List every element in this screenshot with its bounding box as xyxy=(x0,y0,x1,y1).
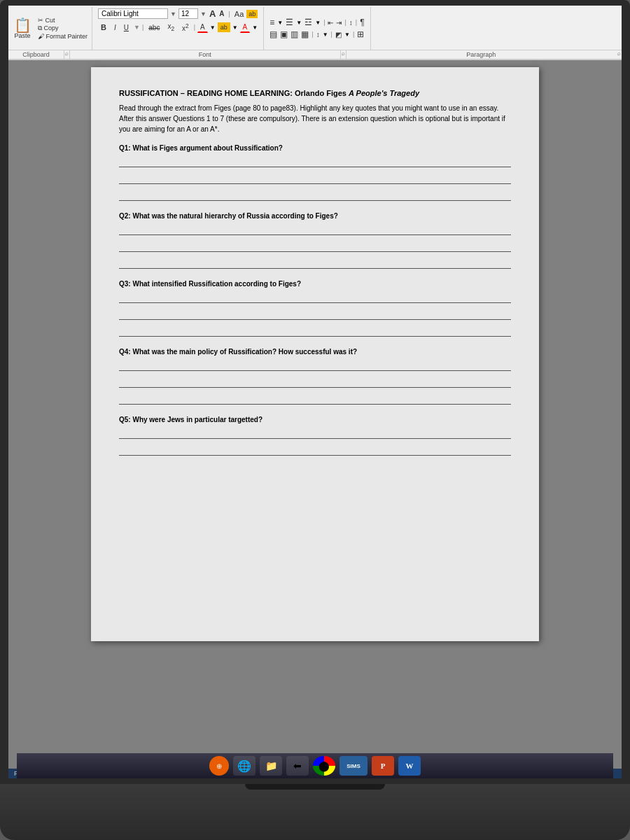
sort-button[interactable]: ↕ xyxy=(349,19,353,27)
italic-button[interactable]: I xyxy=(111,22,119,33)
show-formatting-button[interactable]: ¶ xyxy=(360,18,364,27)
clipboard-expander[interactable]: ⌕ xyxy=(64,50,70,59)
font-color-button[interactable]: A xyxy=(197,22,208,33)
answer-line[interactable] xyxy=(119,242,511,252)
paste-button[interactable]: 📋 Paste xyxy=(10,8,35,48)
bold-button[interactable]: B xyxy=(98,22,109,33)
align-center-button[interactable]: ▣ xyxy=(280,29,288,39)
question-3-label: Q3: What intensified Russification accor… xyxy=(119,280,511,288)
document-title: RUSSIFICATION – READING HOME LEARNING: O… xyxy=(119,88,511,99)
document-page[interactable]: RUSSIFICATION – READING HOME LEARNING: O… xyxy=(91,67,539,641)
text-effects-button[interactable]: ab xyxy=(246,10,258,18)
font-expander[interactable]: ⌕ xyxy=(341,50,346,59)
chrome-button[interactable]: ⬤ xyxy=(313,756,335,776)
question-4-lines xyxy=(119,361,511,405)
sims-button[interactable]: SIMS xyxy=(340,756,368,776)
back-button[interactable]: ⬅ xyxy=(286,756,309,776)
question-1-block: Q1: What is Figes argument about Russifi… xyxy=(119,144,511,201)
shading-button[interactable]: ◩ xyxy=(335,31,342,38)
multilevel-arrow[interactable]: ▼ xyxy=(315,20,321,26)
highlight-arrow[interactable]: ▼ xyxy=(232,24,238,31)
line-spacing-arrow[interactable]: ▼ xyxy=(323,31,328,38)
answer-line[interactable] xyxy=(119,158,511,167)
strikethrough-button[interactable]: abc xyxy=(146,22,162,33)
paragraph-expander[interactable]: ⌕ xyxy=(616,50,622,59)
document-intro: Read through the extract from Figes (pag… xyxy=(119,103,511,134)
numbering-arrow[interactable]: ▼ xyxy=(296,20,302,26)
answer-line[interactable] xyxy=(119,327,511,337)
para-row1: ≡ ▼ ☰ ▼ ☲ ▼ | ⇤ ⇥ | ↕ | ¶ xyxy=(270,18,364,27)
question-5-lines xyxy=(119,429,511,456)
answer-line[interactable] xyxy=(119,225,511,235)
question-4-block: Q4: What was the main policy of Russific… xyxy=(119,348,511,405)
font-name-input[interactable] xyxy=(98,8,168,19)
powerpoint-button[interactable]: P xyxy=(372,756,394,776)
align-left-button[interactable]: ▤ xyxy=(270,29,277,39)
document-area: RUSSIFICATION – READING HOME LEARNING: O… xyxy=(8,60,622,769)
answer-line[interactable] xyxy=(119,310,511,320)
change-case-button[interactable]: Aa xyxy=(234,10,244,18)
start-button[interactable]: ⊕ xyxy=(209,756,229,776)
answer-line[interactable] xyxy=(119,259,511,269)
font-label: Font xyxy=(70,50,341,59)
font-sep4: | xyxy=(194,24,195,31)
font-sep1: | xyxy=(229,10,230,18)
font-color-arrow[interactable]: ▼ xyxy=(210,24,216,31)
superscript-button[interactable]: x2 xyxy=(179,21,192,34)
justify-button[interactable]: ▦ xyxy=(301,29,309,39)
browser-button[interactable]: 🌐 xyxy=(233,756,255,776)
answer-line[interactable] xyxy=(119,378,511,388)
copy-button[interactable]: ⧉ Copy xyxy=(38,24,88,32)
numbering-button[interactable]: ☰ xyxy=(286,18,293,27)
screen: 📋 Paste ✂ Cut ⧉ Copy 🖌 xyxy=(8,6,622,778)
multilevel-button[interactable]: ☲ xyxy=(304,18,312,27)
clipboard-label: Clipboard xyxy=(8,50,64,59)
font-size-arrow[interactable]: ▼ xyxy=(200,10,206,18)
grow-font-button[interactable]: A xyxy=(209,8,216,19)
text-color-button2[interactable]: A xyxy=(240,22,251,33)
cut-button[interactable]: ✂ Cut xyxy=(38,17,88,24)
format-painter-button[interactable]: 🖌 Format Painter xyxy=(38,33,88,40)
paragraph-label: Paragraph xyxy=(346,50,617,59)
align-right-button[interactable]: ▥ xyxy=(290,29,298,39)
bullets-button[interactable]: ≡ xyxy=(270,18,274,27)
font-sep2: ▼ xyxy=(134,24,140,31)
laptop-hinge xyxy=(245,784,385,790)
question-5-label: Q5: Why were Jews in particular targette… xyxy=(119,416,511,424)
laptop-base xyxy=(0,784,630,840)
question-3-block: Q3: What intensified Russification accor… xyxy=(119,280,511,337)
borders-button[interactable]: ⊞ xyxy=(357,29,364,39)
question-3-lines xyxy=(119,293,511,337)
paragraph-group: ≡ ▼ ☰ ▼ ☲ ▼ | ⇤ ⇥ | ↕ | ¶ xyxy=(264,7,370,50)
shrink-font-button[interactable]: A xyxy=(218,10,225,18)
para-sep2: | xyxy=(344,19,346,26)
font-row1: ▼ ▼ A A | Aa ab xyxy=(98,8,258,19)
para-sep6: | xyxy=(353,31,354,38)
answer-line[interactable] xyxy=(119,429,511,439)
scissors-icon: ✂ xyxy=(38,17,43,24)
answer-line[interactable] xyxy=(119,174,511,184)
increase-indent-button[interactable]: ⇥ xyxy=(336,19,342,27)
answer-line[interactable] xyxy=(119,191,511,201)
underline-button[interactable]: U xyxy=(121,22,132,33)
word-button[interactable]: W xyxy=(398,756,421,776)
text-color-arrow[interactable]: ▼ xyxy=(252,24,258,31)
paste-icon: 📋 xyxy=(14,18,31,32)
subscript-button[interactable]: x2 xyxy=(164,21,177,34)
answer-line[interactable] xyxy=(119,395,511,405)
para-sep1: | xyxy=(323,19,325,26)
ribbon: 📋 Paste ✂ Cut ⧉ Copy 🖌 xyxy=(8,6,622,60)
shading-arrow[interactable]: ▼ xyxy=(344,31,350,38)
files-button[interactable]: 📁 xyxy=(260,756,282,776)
answer-line[interactable] xyxy=(119,293,511,303)
para-sep3: | xyxy=(356,19,357,26)
font-group: ▼ ▼ A A | Aa ab B I U ▼ | xyxy=(92,7,264,50)
font-name-arrow[interactable]: ▼ xyxy=(170,10,176,18)
answer-line[interactable] xyxy=(119,361,511,371)
bullets-arrow[interactable]: ▼ xyxy=(277,20,283,26)
highlight-button[interactable]: ab xyxy=(218,22,230,32)
line-spacing-button[interactable]: ↕ xyxy=(316,31,320,38)
answer-line[interactable] xyxy=(119,446,511,456)
font-size-input[interactable] xyxy=(178,8,198,19)
decrease-indent-button[interactable]: ⇤ xyxy=(328,19,333,27)
